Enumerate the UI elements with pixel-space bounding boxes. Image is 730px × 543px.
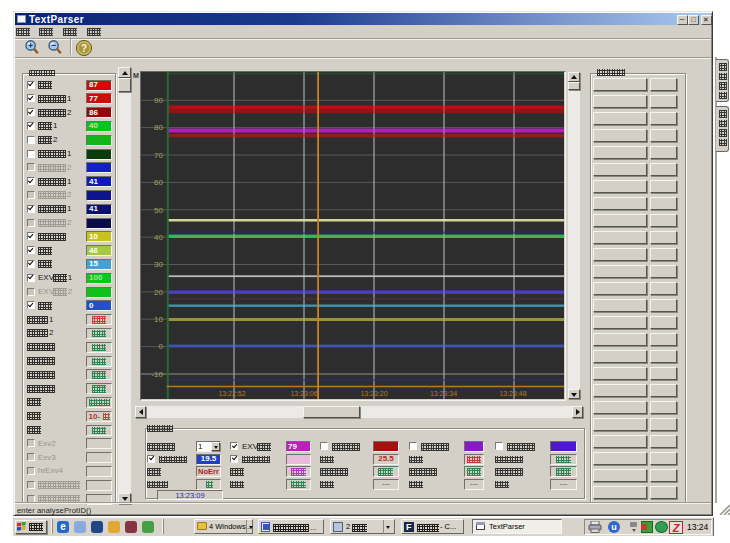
svg-text:10: 10 <box>154 315 163 324</box>
svg-text:13:22:52: 13:22:52 <box>218 390 245 397</box>
svg-text:90: 90 <box>154 96 163 105</box>
svg-text:50: 50 <box>154 206 163 215</box>
svg-text:13:23:34: 13:23:34 <box>430 390 457 397</box>
svg-text:20: 20 <box>154 288 163 297</box>
svg-text:40: 40 <box>154 233 163 242</box>
svg-text:13:23:48: 13:23:48 <box>499 390 526 397</box>
svg-text:0: 0 <box>159 342 164 351</box>
svg-text:13:23:06: 13:23:06 <box>290 390 317 397</box>
svg-text:60: 60 <box>154 178 163 187</box>
svg-text:13:23:20: 13:23:20 <box>360 390 387 397</box>
svg-text:30: 30 <box>154 260 163 269</box>
svg-text:-10: -10 <box>151 370 163 379</box>
svg-text:80: 80 <box>154 123 163 132</box>
svg-text:70: 70 <box>154 151 163 160</box>
svg-text:?: ? <box>81 43 87 54</box>
